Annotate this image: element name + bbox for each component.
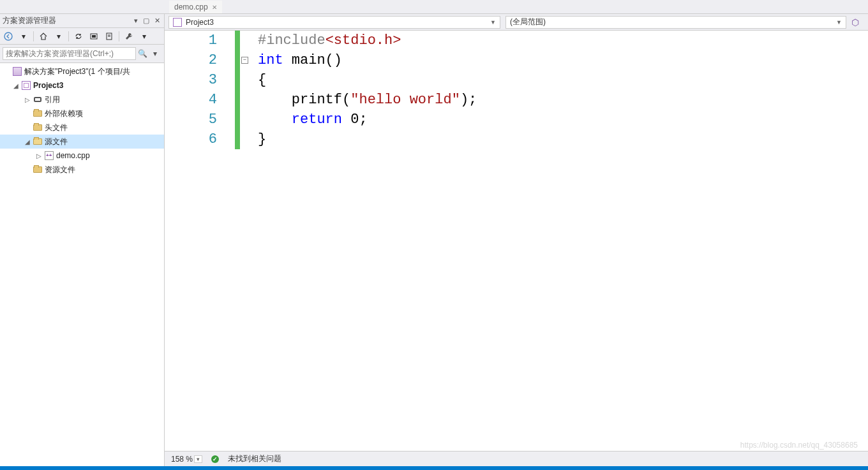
search-input[interactable] [3,47,136,60]
forward-icon[interactable]: ▾ [18,31,29,42]
token-include: <stdio.h> [326,33,401,48]
panel-dropdown-icon[interactable]: ▾ [133,17,139,25]
line-number-gutter: 1 2 3 4 5 6 [165,31,235,451]
scope-combo[interactable]: (全局范围) ▼ [505,16,846,29]
references-node[interactable]: ▷ 引用 [0,92,164,106]
node-label: 外部依赖项 [45,108,83,119]
combo-label: Project3 [186,18,214,27]
line-number: 5 [165,110,217,129]
token-preproc: #include [258,33,326,48]
sources-node[interactable]: ◢ 源文件 [0,135,164,149]
fold-toggle-icon[interactable]: − [241,57,248,64]
project-icon [22,81,31,90]
source-file-node[interactable]: ▷ demo.cpp [0,149,164,163]
panel-title: 方案资源管理器 [3,15,133,26]
ok-icon: ✓ [211,455,219,463]
token-identifier: main() [283,52,342,68]
project-icon [173,18,182,27]
svg-point-0 [4,33,12,40]
member-combo-icon[interactable]: ⬡ [851,17,864,27]
collapse-icon[interactable]: ◢ [11,82,20,89]
token-rest: 0; [342,112,368,128]
show-all-icon[interactable] [88,31,100,42]
svg-rect-2 [92,35,96,38]
node-label: 资源文件 [45,165,75,175]
node-label: Project3 [33,81,63,90]
token-punc: ); [460,92,477,108]
home-icon[interactable] [38,31,49,42]
search-dropdown-icon[interactable]: ▾ [149,49,161,58]
line-number: 4 [165,90,217,110]
sync-icon[interactable] [73,31,84,42]
zoom-value: 158 % [171,455,193,464]
folder-open-icon [33,138,42,145]
token-keyword: return [258,112,342,128]
panel-pin-icon[interactable]: ▢ [142,17,151,25]
collapse-icon[interactable]: ◢ [23,138,32,145]
zoom-control[interactable]: 158 % ▾ [171,455,202,464]
fold-column: − [240,31,253,451]
tab-label: demo.cpp [174,3,208,11]
document-tab-bar: demo.cpp ✕ [0,0,868,14]
expand-icon[interactable]: ▷ [23,96,32,103]
editor-status-bar: 158 % ▾ ✓ 未找到相关问题 [165,451,868,466]
dropdown-icon[interactable]: ▾ [53,31,64,42]
explorer-toolbar: ▾ ▾ ▾ [0,28,164,45]
folder-icon [33,166,42,173]
references-icon [34,97,41,102]
headers-node[interactable]: 头文件 [0,121,164,135]
solution-icon [13,67,22,76]
line-number: 3 [165,70,217,90]
solution-node[interactable]: 解决方案"Project3"(1 个项目/共 [0,64,164,78]
change-indicator [235,31,240,451]
token-brace: { [258,72,266,88]
solution-tree: 解决方案"Project3"(1 个项目/共 ◢ Project3 ▷ 引用 外… [0,63,164,466]
navigation-bar: Project3 ▼ (全局范围) ▼ ⬡ [165,14,868,31]
chevron-down-icon[interactable]: ▾ [194,455,202,463]
solution-explorer-panel: 方案资源管理器 ▾ ▢ ✕ ▾ ▾ ▾ [0,14,165,466]
expand-icon[interactable]: ▷ [34,152,43,159]
token-string: "hello world" [350,92,460,108]
project-combo[interactable]: Project3 ▼ [168,16,500,29]
close-icon[interactable]: ✕ [212,4,217,11]
editor-area: Project3 ▼ (全局范围) ▼ ⬡ 1 2 3 4 5 6 [165,14,868,466]
combo-label: (全局范围) [510,17,546,27]
cpp-file-icon [45,151,54,160]
node-label: 源文件 [45,136,68,147]
code-editor[interactable]: 1 2 3 4 5 6 − #include<stdio.h> int main… [165,31,868,451]
search-row: 🔍 ▾ [0,45,164,63]
wrench-icon[interactable] [123,31,135,42]
token-keyword: int [258,52,283,68]
node-label: 头文件 [45,122,68,133]
line-number: 2 [165,50,217,70]
code-content[interactable]: #include<stdio.h> int main() { printf("h… [253,31,868,451]
panel-header: 方案资源管理器 ▾ ▢ ✕ [0,14,164,28]
chevron-down-icon: ▼ [490,19,496,26]
external-deps-node[interactable]: 外部依赖项 [0,106,164,121]
folder-icon [33,110,42,117]
project-node[interactable]: ◢ Project3 [0,78,164,92]
line-number: 6 [165,129,217,149]
node-label: 解决方案"Project3"(1 个项目/共 [24,66,130,77]
token-call: printf( [258,92,350,108]
document-tab-active[interactable]: demo.cpp ✕ [169,1,222,13]
issues-text: 未找到相关问题 [228,453,281,464]
node-label: demo.cpp [56,151,90,160]
chevron-down-icon: ▼ [836,19,842,26]
token-brace: } [258,131,266,147]
line-number: 1 [165,31,217,50]
search-icon[interactable]: 🔍 [136,49,149,58]
back-icon[interactable] [3,31,14,42]
panel-close-icon[interactable]: ✕ [153,17,161,25]
ide-status-strip [0,466,868,470]
node-label: 引用 [45,94,60,105]
toolbar-more-icon[interactable]: ▾ [138,31,150,42]
folder-icon [33,124,42,131]
properties-icon[interactable] [103,31,115,42]
resources-node[interactable]: 资源文件 [0,163,164,177]
